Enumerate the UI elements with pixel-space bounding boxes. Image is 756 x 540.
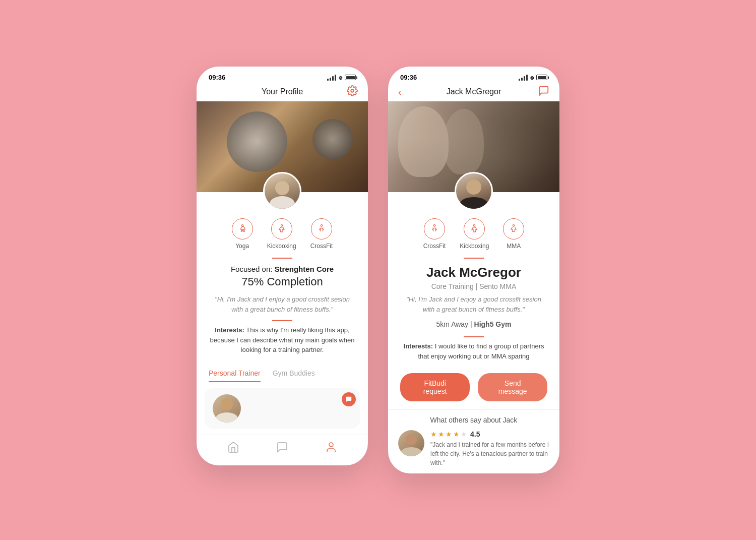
tabs-bar-1: Personal Trainer Gym Buddies	[197, 363, 368, 382]
back-icon[interactable]: ‹	[398, 86, 402, 98]
svg-point-3	[321, 225, 322, 226]
avatar-container-1	[197, 172, 368, 210]
kickboxing-label: Kickboxing	[267, 243, 296, 250]
mma-icon	[503, 218, 524, 239]
review-card: ★ ★ ★ ★ ★ 4.5 "Jack and I trained for a …	[398, 430, 549, 467]
activity-kickboxing: Kickboxing	[267, 218, 296, 250]
star-5: ★	[461, 430, 467, 438]
battery-1	[345, 75, 356, 80]
review-content: ★ ★ ★ ★ ★ 4.5 "Jack and I trained for a …	[430, 430, 549, 467]
activity-yoga: Yoga	[232, 218, 253, 250]
crossfit-label: CrossFit	[310, 243, 333, 250]
buddy-avatar-1	[213, 394, 241, 423]
crossfit-label-2: CrossFit	[423, 243, 446, 250]
phone-2: 09:36 ⌾ ‹ Jack McGregor	[388, 67, 559, 473]
fitbudi-request-button[interactable]: FitBudi request	[400, 373, 470, 401]
time-1: 09:36	[209, 74, 225, 81]
reviews-section: What others say about Jack ★ ★ ★ ★ ★ 4.5…	[388, 409, 559, 473]
buddy-card-1	[205, 388, 360, 429]
svg-point-0	[351, 89, 354, 92]
kickboxing-icon-2	[464, 218, 485, 239]
activity-mma: MMA	[503, 218, 524, 250]
review-text: "Jack and I trained for a few months bef…	[430, 440, 549, 467]
profile-content-2: Jack McGregor Core Training | Sento MMA …	[388, 263, 559, 369]
kickboxing-label-2: Kickboxing	[460, 243, 489, 250]
quote-text-1: "Hi, I'm Jack and I enjoy a good crossfi…	[209, 294, 356, 314]
crossfit-icon	[311, 218, 332, 239]
yoga-label: Yoga	[235, 243, 249, 250]
divider-3	[464, 258, 484, 259]
reviewer-avatar	[398, 430, 424, 456]
svg-point-7	[513, 225, 515, 226]
bottom-nav-profile[interactable]	[325, 441, 337, 453]
focused-text: Focused on: Strenghten Core	[209, 265, 356, 273]
avatar-2	[455, 172, 493, 210]
status-icons-1: ⌾	[327, 74, 356, 81]
star-1: ★	[430, 430, 437, 438]
mma-label: MMA	[507, 243, 521, 250]
svg-point-2	[281, 225, 282, 226]
star-2: ★	[438, 430, 445, 438]
tab-personal-trainer[interactable]: Personal Trainer	[209, 369, 261, 382]
phone-1: 09:36 ⌾ Your Profile	[197, 67, 368, 465]
interests-text-2: Interests: I would like to find a group …	[400, 341, 547, 361]
nav-title-1: Your Profile	[262, 87, 303, 96]
crossfit-icon-2	[424, 218, 445, 239]
message-badge[interactable]	[342, 392, 356, 406]
time-2: 09:36	[400, 74, 417, 81]
svg-point-4	[329, 443, 333, 447]
svg-point-6	[474, 225, 475, 226]
send-message-button[interactable]: Send message	[478, 373, 547, 401]
divider-2	[272, 320, 292, 321]
phones-container: 09:36 ⌾ Your Profile	[197, 67, 559, 473]
battery-2	[536, 75, 547, 80]
activity-kickboxing-2: Kickboxing	[460, 218, 489, 250]
star-rating: ★ ★ ★ ★ ★ 4.5	[430, 430, 549, 438]
jack-location: 5km Away | High5 Gym	[400, 320, 547, 328]
divider-4	[464, 336, 484, 337]
nav-title-2: Jack McGregor	[447, 87, 501, 96]
activity-crossfit-2: CrossFit	[423, 218, 446, 250]
star-3: ★	[446, 430, 452, 438]
quote-text-2: "Hi, I'm Jack and I enjoy a good crossfi…	[400, 294, 547, 314]
signal-bars-2	[519, 75, 528, 81]
svg-point-5	[433, 225, 435, 226]
activity-crossfit: CrossFit	[310, 218, 333, 250]
signal-bars-1	[327, 75, 336, 81]
divider-1	[272, 258, 292, 259]
status-bar-1: 09:36 ⌾	[197, 67, 368, 85]
profile-content-1: Focused on: Strenghten Core 75% Completi…	[197, 263, 368, 363]
star-4: ★	[453, 430, 460, 438]
rating-number: 4.5	[470, 430, 480, 438]
settings-icon[interactable]	[347, 85, 358, 99]
tab-gym-buddies[interactable]: Gym Buddies	[273, 369, 315, 382]
bottom-nav-home[interactable]	[227, 441, 239, 453]
completion-text: 75% Completion	[209, 275, 356, 288]
status-icons-2: ⌾	[519, 74, 547, 81]
bottom-nav-messages[interactable]	[276, 441, 288, 453]
activity-icons-1: Yoga Kickboxing CrossFit	[197, 210, 368, 254]
avatar-container-2	[388, 172, 559, 210]
jack-subtitle: Core Training | Sento MMA	[400, 282, 547, 290]
action-buttons: FitBudi request Send message	[388, 369, 559, 409]
bottom-nav-1	[197, 435, 368, 465]
interests-text-1: Interests: This is why I'm really liking…	[209, 325, 356, 355]
activity-icons-2: CrossFit Kickboxing MMA	[388, 210, 559, 254]
wifi-icon-1: ⌾	[339, 74, 342, 81]
chat-icon[interactable]	[538, 85, 549, 99]
nav-bar-2: ‹ Jack McGregor	[388, 85, 559, 101]
nav-bar-1: Your Profile	[197, 85, 368, 101]
kickboxing-icon	[271, 218, 292, 239]
reviews-title: What others say about Jack	[398, 416, 549, 424]
jack-name: Jack McGregor	[400, 265, 547, 280]
avatar-1	[263, 172, 301, 210]
wifi-icon-2: ⌾	[530, 74, 534, 81]
status-bar-2: 09:36 ⌾	[388, 67, 559, 85]
tab-content-1	[197, 382, 368, 435]
yoga-icon	[232, 218, 253, 239]
